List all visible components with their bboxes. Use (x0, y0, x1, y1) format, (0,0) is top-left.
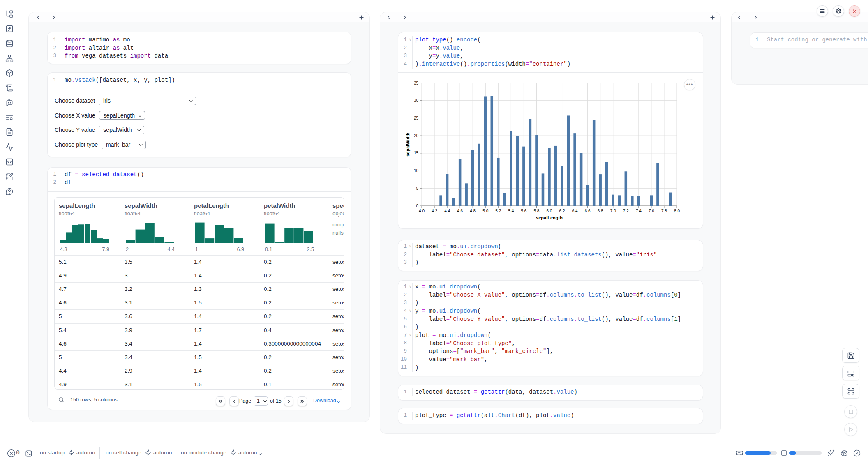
svg-text:5.0: 5.0 (482, 209, 488, 213)
svg-text:0: 0 (416, 204, 418, 208)
svg-text:6.0: 6.0 (547, 209, 552, 213)
svg-text:4.6: 4.6 (457, 209, 463, 213)
svg-text:15: 15 (414, 151, 419, 155)
svg-text:5: 5 (416, 186, 418, 191)
svg-text:4.2: 4.2 (432, 209, 437, 213)
svg-text:sepalWidth: sepalWidth (405, 132, 410, 157)
svg-text:4.8: 4.8 (470, 209, 476, 213)
svg-text:7.4: 7.4 (636, 209, 642, 213)
svg-text:6.8: 6.8 (598, 209, 603, 213)
svg-text:8.0: 8.0 (674, 209, 680, 213)
svg-text:5.4: 5.4 (508, 209, 514, 213)
svg-text:sepalLength: sepalLength (536, 215, 563, 220)
svg-text:30: 30 (414, 98, 419, 103)
svg-text:7.2: 7.2 (623, 209, 629, 213)
svg-text:4.0: 4.0 (419, 209, 425, 213)
svg-text:7.8: 7.8 (661, 209, 667, 213)
svg-text:20: 20 (414, 134, 419, 138)
svg-text:5.2: 5.2 (495, 209, 501, 213)
svg-text:35: 35 (414, 81, 419, 85)
svg-text:6.2: 6.2 (559, 209, 565, 213)
svg-text:6.4: 6.4 (572, 209, 578, 213)
svg-text:4.4: 4.4 (444, 209, 450, 213)
svg-text:25: 25 (414, 116, 419, 120)
svg-text:5.8: 5.8 (533, 209, 539, 213)
svg-text:6.6: 6.6 (585, 209, 591, 213)
svg-text:5.6: 5.6 (521, 209, 526, 213)
svg-text:10: 10 (414, 168, 419, 173)
svg-text:7.0: 7.0 (610, 209, 616, 213)
svg-text:7.6: 7.6 (649, 209, 654, 213)
